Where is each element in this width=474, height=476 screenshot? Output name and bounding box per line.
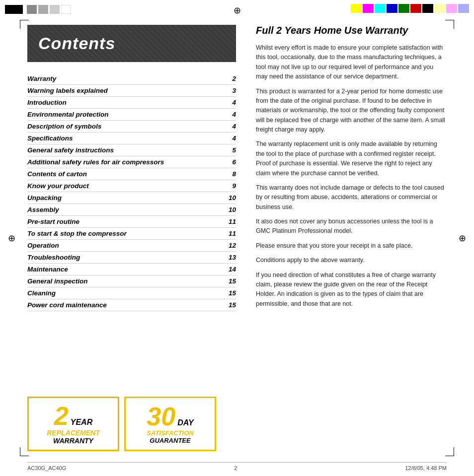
toc-label: Environmental protection <box>27 109 225 121</box>
toc-label: Pre-start routine <box>27 216 225 228</box>
toc-label: General inspection <box>27 275 225 287</box>
toc-page: 4 <box>225 97 236 109</box>
toc-row: Warranty 2 <box>27 73 236 85</box>
toc-row: Introduction 4 <box>27 97 236 109</box>
badge-day-label: DAY <box>177 418 194 427</box>
print-block-black <box>5 5 23 14</box>
toc-page: 11 <box>225 216 236 228</box>
warranty-body: Whilst every effort is made to ensure yo… <box>256 43 447 309</box>
badge-satisfaction-label: SATISFACTION <box>147 429 193 437</box>
footer-left: AC30G_AC40G <box>27 465 66 471</box>
toc-row: Pre-start routine 11 <box>27 216 236 228</box>
toc-row: General safety instructions 5 <box>27 144 236 156</box>
toc-page: 2 <box>225 73 236 85</box>
reg-mark-left: ⊕ <box>8 233 15 244</box>
toc-label: Know your product <box>27 180 225 192</box>
toc-label: Contents of carton <box>27 168 225 180</box>
warranty-paragraph: If you need direction of what constitute… <box>256 271 447 309</box>
warranty-paragraph: The warranty replacement unit is only ma… <box>256 139 447 178</box>
toc-label: Cleaning <box>27 287 225 299</box>
toc-row: Troubleshooting 13 <box>27 252 236 264</box>
toc-page: 15 <box>225 299 236 311</box>
toc-page: 12 <box>225 240 236 252</box>
warranty-paragraph: This product is warranted for a 2-year p… <box>256 87 447 135</box>
color-chip-red <box>410 4 421 13</box>
toc-label: To start & stop the compressor <box>27 228 225 240</box>
toc-label: Unpacking <box>27 192 225 204</box>
toc-label: Warranty <box>27 73 225 85</box>
toc-page: 13 <box>225 252 236 264</box>
toc-page: 14 <box>225 264 236 275</box>
toc-row: Specifications 4 <box>27 133 236 144</box>
color-chip-green <box>398 4 409 13</box>
toc-page: 15 <box>225 275 236 287</box>
warranty-badge: 2 YEAR REPLACEMENT WARRANTY <box>27 397 119 451</box>
toc-label: Introduction <box>27 97 225 109</box>
page-footer: AC30G_AC40G 2 12/8/05, 4:48 PM <box>27 462 447 471</box>
toc-row: Environmental protection 4 <box>27 109 236 121</box>
print-block-gray3 <box>50 5 60 14</box>
reg-mark-right: ⊕ <box>459 233 466 244</box>
toc-row: Cleaning 15 <box>27 287 236 299</box>
toc-page: 10 <box>225 192 236 204</box>
toc-label: Troubleshooting <box>27 252 225 264</box>
print-block-gray2 <box>38 5 48 14</box>
print-block-gray1 <box>27 5 37 14</box>
warranty-paragraph: Whilst every effort is made to ensure yo… <box>256 43 447 82</box>
footer-page-number: 2 <box>234 465 237 471</box>
color-chip-lightblue <box>458 4 469 13</box>
toc-label: Description of symbols <box>27 121 225 133</box>
toc-label: Power cord maintenance <box>27 299 225 311</box>
badge-guarantee-label: GUARANTEE <box>150 437 190 444</box>
warranty-paragraph: This warranty does not include damage or… <box>256 183 447 212</box>
toc-label: Operation <box>27 240 225 252</box>
reg-mark-top: ⊕ <box>234 5 241 16</box>
color-chip-black <box>422 4 433 13</box>
toc-row: Warning labels explained 3 <box>27 85 236 97</box>
toc-row: Unpacking 10 <box>27 192 236 204</box>
toc-row: Additional safety rules for air compress… <box>27 156 236 168</box>
toc-page: 15 <box>225 287 236 299</box>
satisfaction-badge: 30 DAY SATISFACTION GUARANTEE <box>124 397 216 451</box>
toc-page: 6 <box>225 156 236 168</box>
toc-label: Specifications <box>27 133 225 144</box>
toc-page: 8 <box>225 168 236 180</box>
left-column: Contents Warranty 2 Warning labels expla… <box>27 25 236 451</box>
color-chip-blue <box>387 4 397 13</box>
color-chip-lightyellow <box>434 4 445 13</box>
badge-number-2: 2 <box>54 403 69 429</box>
toc-row: General inspection 15 <box>27 275 236 287</box>
badges-row: 2 YEAR REPLACEMENT WARRANTY 30 DAY SATIS… <box>27 397 216 451</box>
badge-year-label: YEAR <box>71 418 92 427</box>
color-chip-magenta <box>363 4 374 13</box>
toc-table: Warranty 2 Warning labels explained 3 In… <box>27 73 236 311</box>
toc-row: Contents of carton 8 <box>27 168 236 180</box>
warranty-title: Full 2 Years Home Use Warranty <box>256 25 447 36</box>
color-chip-lightmagenta <box>446 4 457 13</box>
warranty-paragraph: Please ensure that you store your receip… <box>256 241 447 251</box>
toc-row: Know your product 9 <box>27 180 236 192</box>
toc-label: General safety instructions <box>27 144 225 156</box>
print-marks-right <box>351 4 469 13</box>
color-chip-yellow <box>351 4 362 13</box>
toc-page: 3 <box>225 85 236 97</box>
toc-page: 9 <box>225 180 236 192</box>
contents-title: Contents <box>38 34 115 53</box>
toc-page: 5 <box>225 144 236 156</box>
toc-page: 11 <box>225 228 236 240</box>
toc-page: 10 <box>225 204 236 216</box>
warranty-paragraph: Conditions apply to the above warranty. <box>256 256 447 265</box>
toc-label: Assembly <box>27 204 225 216</box>
badge-warranty-label: WARRANTY <box>53 437 93 445</box>
warranty-paragraph: It also does not cover any bonus accesso… <box>256 217 447 236</box>
toc-label: Warning labels explained <box>27 85 225 97</box>
toc-page: 4 <box>225 133 236 144</box>
footer-right: 12/8/05, 4:48 PM <box>405 465 447 471</box>
badge-number-30: 30 <box>147 404 175 429</box>
right-column: Full 2 Years Home Use Warranty Whilst ev… <box>256 25 447 451</box>
toc-row: Operation 12 <box>27 240 236 252</box>
toc-row: To start & stop the compressor 11 <box>27 228 236 240</box>
toc-row: Power cord maintenance 15 <box>27 299 236 311</box>
toc-label: Additional safety rules for air compress… <box>27 156 225 168</box>
print-block-white <box>61 5 71 14</box>
